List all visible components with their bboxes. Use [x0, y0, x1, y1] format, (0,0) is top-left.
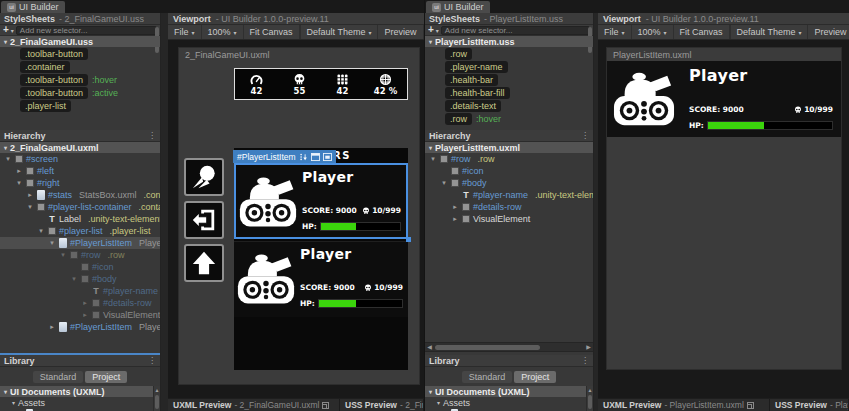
uss-preview-status[interactable]: USS Preview - PlayerListItem.u [770, 399, 849, 411]
library-tab-standard[interactable]: Standard [462, 371, 513, 383]
game-stats-box[interactable]: 42554242 % [234, 68, 408, 100]
tree-expander-icon[interactable]: ▸ [81, 299, 89, 307]
tree-expander-icon[interactable]: ▾ [37, 227, 45, 235]
file-menu-button[interactable]: File▾ [598, 25, 632, 39]
uss-selector-row[interactable]: .health-bar-fill [425, 86, 593, 99]
game-toolbar-button[interactable] [184, 244, 224, 282]
library-assets-row[interactable]: ▾ Assets [425, 397, 593, 408]
uss-file-header[interactable]: ▾ 2_FinalGameUI.uss [0, 36, 160, 47]
tree-expander-icon[interactable]: ▾ [48, 239, 56, 247]
add-selector-caret-icon[interactable]: ▾ [436, 27, 439, 34]
player-list-item[interactable]: PlayerSCORE: 900010/999HP: [234, 241, 408, 317]
uss-selector-row[interactable]: .row [425, 47, 593, 60]
hierarchy-row[interactable]: #icon [0, 261, 160, 273]
library-assets-row[interactable]: ▾ Assets [0, 397, 160, 408]
canvas-document-label[interactable]: 2_FinalGameUI.uxml [185, 50, 270, 60]
hierarchy-row[interactable]: TLabel.unity-text-element.unity- [0, 213, 160, 225]
library-menu-icon[interactable]: ⋮ [148, 356, 156, 365]
tree-expander-icon[interactable]: ▾ [440, 179, 448, 187]
scrollbar-thumb[interactable] [155, 395, 159, 409]
expander-icon[interactable]: ▾ [429, 144, 432, 151]
library-menu-icon[interactable]: ⋮ [581, 356, 589, 365]
scroll-right-icon[interactable]: ▶ [584, 343, 593, 351]
open-external-icon[interactable] [322, 402, 329, 409]
hierarchy-row[interactable]: ▸VisualElement [0, 309, 160, 321]
theme-select[interactable]: Default Theme▾ [730, 25, 808, 39]
hierarchy-row[interactable]: ▾#body [0, 273, 160, 285]
add-selector-plus-icon[interactable]: + [3, 25, 9, 35]
expander-icon[interactable]: ▾ [429, 38, 432, 45]
tree-expander-icon[interactable]: ▾ [15, 179, 23, 187]
theme-select[interactable]: Default Theme▾ [300, 25, 378, 39]
selection-header-tab[interactable]: #PlayerListItem [233, 150, 336, 163]
hierarchy-horizontal-scrollbar[interactable]: ◀ ▶ [425, 342, 593, 352]
open-instance-icon[interactable] [311, 153, 320, 161]
expander-icon[interactable]: ▾ [12, 399, 15, 406]
library-tab-standard[interactable]: Standard [33, 371, 84, 383]
expander-icon[interactable]: ▾ [4, 144, 7, 151]
library-scrollbar[interactable]: ▲ [586, 386, 593, 411]
uss-selector-row[interactable]: .container [0, 60, 160, 73]
uxml-preview-status[interactable]: UXML Preview - 2_FinalGameUI.uxml [168, 399, 340, 411]
hierarchy-row[interactable]: ▾#row.row [425, 153, 593, 165]
hierarchy-row[interactable]: #icon [425, 165, 593, 177]
hierarchy-row[interactable]: ▸VisualElement [425, 213, 593, 225]
tree-expander-icon[interactable]: ▾ [70, 275, 78, 283]
uss-selector-row[interactable]: .row:hover [425, 112, 593, 125]
uxml-preview-status[interactable]: UXML Preview - PlayerListItem.uxml [598, 399, 770, 411]
scroll-up-icon[interactable]: ▲ [154, 387, 160, 393]
fit-canvas-button[interactable]: Fit Canvas [244, 25, 300, 39]
hierarchy-menu-icon[interactable]: ⋮ [581, 131, 589, 140]
hierarchy-menu-icon[interactable]: ⋮ [148, 131, 156, 140]
viewport-menu-icon[interactable]: ⋮ [423, 25, 425, 39]
add-selector-input[interactable]: Add new selector... [16, 26, 157, 35]
scroll-left-icon[interactable]: ◀ [425, 343, 434, 351]
player-list-item[interactable]: PlayerSCORE: 900010/999HP: [234, 163, 408, 239]
library-section-header[interactable]: ▾ UI Documents (UXML) [425, 386, 593, 397]
sort-icon[interactable] [299, 153, 308, 161]
expander-icon[interactable]: ▾ [4, 388, 7, 395]
zoom-select[interactable]: 100%▾ [632, 25, 674, 39]
hierarchy-row[interactable]: ▸#statsStatsBox.uxml.container [0, 189, 160, 201]
hierarchy-row[interactable]: ▸#details-row [425, 201, 593, 213]
tree-expander-icon[interactable]: ▾ [26, 203, 34, 211]
hierarchy-row[interactable]: ▾#player-list.player-list [0, 225, 160, 237]
tree-expander-icon[interactable]: ▾ [59, 251, 67, 259]
library-tab-project[interactable]: Project [514, 371, 556, 383]
add-selector-input[interactable]: Add new selector... [441, 26, 590, 35]
expander-icon[interactable]: ▾ [4, 38, 7, 45]
library-tab-project[interactable]: Project [85, 371, 127, 383]
hierarchy-row[interactable]: ▾#right [0, 177, 160, 189]
uxml-file-header[interactable]: ▾ 2_FinalGameUI.uxml [0, 142, 160, 153]
tree-expander-icon[interactable]: ▸ [15, 167, 23, 175]
tree-expander-icon[interactable]: ▾ [429, 155, 437, 163]
open-external-icon[interactable] [747, 402, 754, 409]
library-scrollbar[interactable]: ▲ [153, 386, 160, 411]
tree-expander-icon[interactable]: ▸ [451, 203, 459, 211]
preview-toggle-button[interactable]: Preview [377, 25, 422, 39]
uss-selector-row[interactable]: .details-text [425, 99, 593, 112]
tree-expander-icon[interactable]: ▸ [451, 215, 459, 223]
scroll-up-icon[interactable]: ▲ [587, 387, 593, 393]
expander-icon[interactable]: ▾ [429, 388, 432, 395]
uss-selector-row[interactable]: .player-list [0, 99, 160, 112]
unpack-instance-icon[interactable] [323, 153, 332, 161]
hierarchy-row[interactable]: T#player-name.unity-text-element.u [425, 189, 593, 201]
design-canvas[interactable]: PlayerListItem.uxml PlayerSCORE: 900010/… [606, 47, 842, 370]
tab-ui-builder[interactable]: ui UI Builder [426, 1, 490, 13]
tab-ui-builder[interactable]: ui UI Builder [1, 1, 65, 13]
game-toolbar-button[interactable] [184, 201, 224, 239]
hierarchy-row[interactable]: T#player-name.unity-text- [0, 285, 160, 297]
design-canvas[interactable]: 2_FinalGameUI.uxml 42554242 % PLAYERS Pl… [178, 47, 420, 385]
tree-expander-icon[interactable]: ▾ [4, 155, 12, 163]
tree-expander-icon[interactable]: ▸ [81, 311, 89, 319]
zoom-select[interactable]: 100%▾ [202, 25, 244, 39]
uss-selector-row[interactable]: .player-name [425, 60, 593, 73]
hierarchy-row[interactable]: ▾#screen [0, 153, 160, 165]
scrollbar-thumb[interactable] [435, 345, 540, 350]
selection-resize-handle[interactable] [406, 237, 411, 242]
hierarchy-row[interactable]: ▸#left [0, 165, 160, 177]
player-list-panel[interactable]: PLAYERS PlayerSCORE: 900010/999HP:Player… [234, 148, 408, 370]
file-menu-button[interactable]: File▾ [168, 25, 202, 39]
tree-expander-icon[interactable]: ▸ [48, 323, 56, 331]
